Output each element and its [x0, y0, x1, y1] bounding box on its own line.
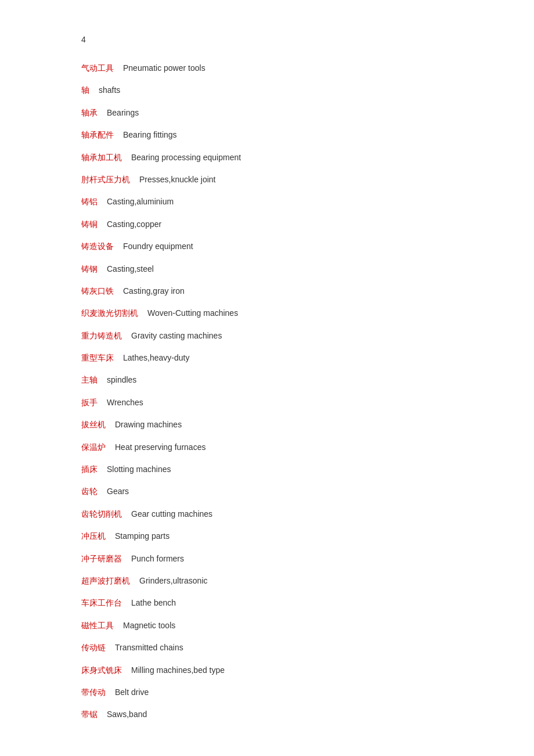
chinese-term: 织麦激光切割机	[81, 307, 138, 319]
chinese-term: 扳手	[81, 396, 98, 409]
chinese-term: 床身式铣床	[81, 664, 122, 676]
list-item: 主轴spindles	[81, 373, 453, 386]
english-term: Gears	[107, 485, 129, 498]
english-term: Woven-Cutting machines	[147, 307, 238, 319]
chinese-term: 铸钢	[81, 262, 98, 275]
list-item: 超声波打磨机Grinders,ultrasonic	[81, 574, 453, 587]
list-item: 传动链Transmitted chains	[81, 641, 453, 654]
chinese-term: 轴	[81, 84, 89, 96]
list-item: 铸钢Casting,steel	[81, 262, 453, 275]
english-term: Drawing machines	[115, 418, 182, 431]
english-term: Saws,band	[107, 708, 147, 721]
english-term: Casting,gray iron	[123, 285, 185, 297]
list-item: 保温炉Heat preserving furnaces	[81, 441, 453, 453]
chinese-term: 轴承加工机	[81, 151, 122, 164]
chinese-term: 车床工作台	[81, 596, 122, 609]
chinese-term: 冲子研磨器	[81, 552, 122, 565]
list-item: 床身式铣床Milling machines,bed type	[81, 664, 453, 676]
list-item: 带传动Belt drive	[81, 686, 453, 699]
chinese-term: 重力铸造机	[81, 329, 122, 342]
page-number: 4	[81, 35, 453, 44]
chinese-term: 冲压机	[81, 530, 106, 542]
chinese-term: 传动链	[81, 641, 106, 654]
chinese-term: 铸铝	[81, 195, 98, 208]
list-item: 齿轮切削机Gear cutting machines	[81, 507, 453, 520]
list-item: 铸造设备Foundry equipment	[81, 240, 453, 253]
list-item: 扳手Wrenches	[81, 396, 453, 409]
english-term: Casting,steel	[107, 262, 154, 275]
list-item: 织麦激光切割机Woven-Cutting machines	[81, 307, 453, 319]
chinese-term: 铸造设备	[81, 240, 114, 253]
english-term: Casting,copper	[107, 218, 161, 231]
chinese-term: 轴承配件	[81, 128, 114, 141]
chinese-term: 插床	[81, 463, 98, 476]
english-term: Bearing processing equipment	[131, 151, 241, 164]
english-term: Casting,aluminium	[107, 195, 174, 208]
english-term: Gravity casting machines	[131, 329, 222, 342]
english-term: Belt drive	[115, 686, 149, 699]
chinese-term: 磁性工具	[81, 619, 114, 632]
english-term: spindles	[107, 373, 136, 386]
list-item: 带锯Saws,band	[81, 708, 453, 721]
english-term: Slotting machines	[107, 463, 171, 476]
chinese-term: 气动工具	[81, 62, 114, 74]
chinese-term: 肘杆式压力机	[81, 173, 130, 186]
list-item: 插床Slotting machines	[81, 463, 453, 476]
chinese-term: 重型车床	[81, 351, 114, 364]
english-term: Heat preserving furnaces	[115, 441, 205, 453]
chinese-term: 齿轮切削机	[81, 507, 122, 520]
list-item: 铸灰口铁Casting,gray iron	[81, 285, 453, 297]
english-term: Grinders,ultrasonic	[139, 574, 208, 587]
chinese-term: 轴承	[81, 106, 98, 119]
english-term: Lathe bench	[131, 596, 176, 609]
chinese-term: 铸灰口铁	[81, 285, 114, 297]
chinese-term: 带锯	[81, 708, 98, 721]
list-item: 轴承加工机Bearing processing equipment	[81, 151, 453, 164]
english-term: shafts	[99, 84, 120, 96]
english-term: Milling machines,bed type	[131, 664, 225, 676]
list-item: 冲子研磨器Punch formers	[81, 552, 453, 565]
chinese-term: 带传动	[81, 686, 106, 699]
english-term: Presses,knuckle joint	[139, 173, 216, 186]
english-term: Transmitted chains	[115, 641, 183, 654]
terms-list: 气动工具Pneumatic power tools轴shafts轴承Bearin…	[81, 62, 453, 721]
english-term: Bearings	[107, 106, 139, 119]
english-term: Pneumatic power tools	[123, 62, 205, 74]
chinese-term: 超声波打磨机	[81, 574, 130, 587]
list-item: 铸铜Casting,copper	[81, 218, 453, 231]
english-term: Bearing fittings	[123, 128, 177, 141]
chinese-term: 齿轮	[81, 485, 98, 498]
list-item: 拔丝机Drawing machines	[81, 418, 453, 431]
chinese-term: 保温炉	[81, 441, 106, 453]
list-item: 重力铸造机Gravity casting machines	[81, 329, 453, 342]
list-item: 齿轮Gears	[81, 485, 453, 498]
english-term: Lathes,heavy-duty	[123, 351, 189, 364]
list-item: 气动工具Pneumatic power tools	[81, 62, 453, 74]
list-item: 轴承配件Bearing fittings	[81, 128, 453, 141]
english-term: Wrenches	[107, 396, 143, 409]
english-term: Gear cutting machines	[131, 507, 212, 520]
chinese-term: 铸铜	[81, 218, 98, 231]
chinese-term: 主轴	[81, 373, 98, 386]
english-term: Punch formers	[131, 552, 184, 565]
english-term: Magnetic tools	[123, 619, 175, 632]
list-item: 重型车床Lathes,heavy-duty	[81, 351, 453, 364]
english-term: Stamping parts	[115, 530, 169, 542]
list-item: 磁性工具Magnetic tools	[81, 619, 453, 632]
list-item: 肘杆式压力机Presses,knuckle joint	[81, 173, 453, 186]
list-item: 铸铝Casting,aluminium	[81, 195, 453, 208]
list-item: 冲压机Stamping parts	[81, 530, 453, 542]
english-term: Foundry equipment	[123, 240, 193, 253]
list-item: 车床工作台Lathe bench	[81, 596, 453, 609]
list-item: 轴shafts	[81, 84, 453, 96]
chinese-term: 拔丝机	[81, 418, 106, 431]
list-item: 轴承Bearings	[81, 106, 453, 119]
